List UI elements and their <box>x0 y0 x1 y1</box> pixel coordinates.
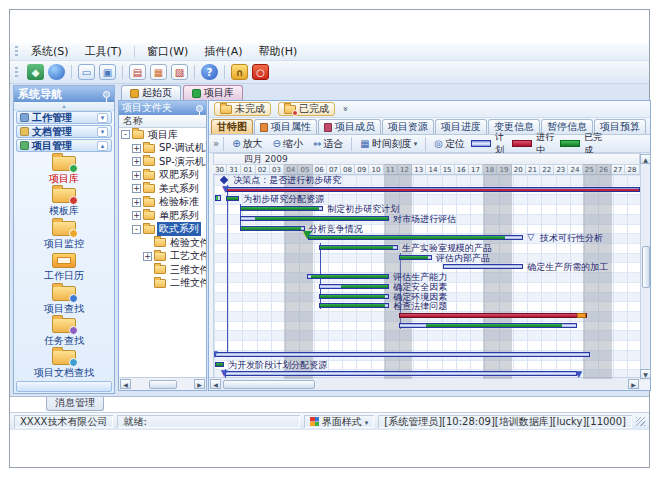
globe-icon[interactable] <box>48 64 65 80</box>
sidebar-item-project-library[interactable]: 项目库 <box>15 153 113 185</box>
gantt-task-bar[interactable] <box>443 264 523 269</box>
gantt-toolbar-overflow[interactable]: » <box>213 138 219 149</box>
menu-item-1[interactable]: 系统(S) <box>23 43 77 60</box>
chevron-icon[interactable]: ▴ <box>97 141 108 151</box>
gantt-task-bar[interactable] <box>215 352 590 357</box>
tree-column-header[interactable]: 名称 <box>119 115 206 128</box>
sidebar-item-project-document-search[interactable]: 项目文档查找 <box>15 347 113 379</box>
tab-start-page[interactable]: 起始页 <box>121 85 181 100</box>
gantt-vertical-scrollbar[interactable]: ▲ ▼ <box>640 153 650 380</box>
gantt-task-bar[interactable] <box>215 362 224 367</box>
tree-item[interactable]: 检验文件 <box>119 236 206 250</box>
menu-item-3[interactable]: 窗口(W) <box>139 43 196 60</box>
gantt-task-bar[interactable] <box>240 226 305 231</box>
gantt-horizontal-scrollbar[interactable]: ◀ ▶ <box>209 377 640 390</box>
report-icon-1[interactable]: ▤ <box>129 64 146 80</box>
time-scale-dropdown[interactable]: ▦时间刻度▾ <box>356 136 421 152</box>
tree-item[interactable]: -项目库 <box>119 128 206 142</box>
tree-item[interactable]: +单肥系列 <box>119 209 206 223</box>
tree-item[interactable]: +工艺文件 <box>119 250 206 264</box>
resize-grip[interactable] <box>636 417 645 426</box>
gantt-task-bar[interactable] <box>240 216 390 221</box>
help-icon[interactable]: ? <box>201 64 218 80</box>
scroll-thumb[interactable] <box>223 380 315 389</box>
menu-item-5[interactable]: 帮助(H) <box>250 43 305 60</box>
expand-icon[interactable]: + <box>132 171 141 180</box>
expand-icon[interactable]: + <box>132 157 141 166</box>
gantt-task-bar[interactable] <box>225 371 578 376</box>
tree-item[interactable]: +SP-演示机系 <box>119 155 206 169</box>
gantt-task-bar[interactable] <box>307 274 390 279</box>
collapse-icon[interactable]: - <box>132 225 141 234</box>
report-icon-3[interactable]: ▨ <box>171 64 188 80</box>
gantt-task-bar[interactable] <box>399 323 577 328</box>
menu-item-2[interactable]: 工具(T) <box>77 43 130 60</box>
tree-item[interactable]: 二维文件 <box>119 277 206 291</box>
tree-item[interactable]: 三维文件 <box>119 263 206 277</box>
sidebar-group-文档管理[interactable]: 文档管理▾ <box>16 125 112 138</box>
filter-overflow-chevron[interactable]: « <box>340 106 350 112</box>
report-icon-2[interactable]: ▦ <box>150 64 167 80</box>
app-home-icon[interactable]: ◆ <box>27 64 44 80</box>
filter-complete[interactable]: 已完成 <box>278 102 335 116</box>
filter-incomplete[interactable]: 未完成 <box>214 102 271 116</box>
gantt-inprogress-bar[interactable] <box>399 313 587 318</box>
gantt-task-bar[interactable] <box>240 206 324 211</box>
sidebar-item-template-library[interactable]: 模板库 <box>15 185 113 217</box>
expand-icon[interactable]: + <box>143 252 152 261</box>
zoom-in-button[interactable]: ⊕放大 <box>228 136 266 152</box>
scroll-down-icon[interactable]: ▼ <box>640 369 651 379</box>
expand-icon[interactable]: + <box>132 211 141 220</box>
lock-icon[interactable]: ∩ <box>231 64 248 80</box>
expand-icon[interactable]: + <box>132 144 141 153</box>
scroll-thumb[interactable] <box>149 380 177 389</box>
gantt-summary-bar[interactable] <box>226 187 640 192</box>
window-cascade-icon[interactable]: ▣ <box>99 64 116 80</box>
chevron-icon[interactable]: ▾ <box>97 127 108 137</box>
expand-icon[interactable]: + <box>132 198 141 207</box>
gantt-tab-项目属性[interactable]: 项目属性 <box>254 119 317 134</box>
gantt-task-bar[interactable] <box>308 235 523 240</box>
tree-item[interactable]: +双肥系列 <box>119 169 206 183</box>
gantt-tab-甘特图[interactable]: 甘特图 <box>211 119 253 134</box>
power-icon[interactable]: ○ <box>252 64 269 80</box>
gantt-tab-项目成员[interactable]: 项目成员 <box>318 119 381 134</box>
expand-icon[interactable]: + <box>132 184 141 193</box>
tree-item[interactable]: +美式系列 <box>119 182 206 196</box>
sidebar-group-项目管理[interactable]: 项目管理▴ <box>16 139 112 152</box>
scroll-right-icon[interactable]: ▶ <box>628 379 639 389</box>
tree-item[interactable]: +SP-调试机系 <box>119 142 206 156</box>
gantt-task-bar[interactable] <box>319 245 398 250</box>
scroll-up-icon[interactable]: ▲ <box>640 154 651 164</box>
sidebar-item-project-search[interactable]: 项目查找 <box>15 283 113 315</box>
menu-item-4[interactable]: 插件(A) <box>196 43 250 60</box>
tree-item[interactable]: -欧式系列 <box>119 223 206 237</box>
scroll-thumb[interactable] <box>642 246 650 288</box>
ui-style-button[interactable]: 界面样式▾ <box>304 415 375 428</box>
sidebar-item-project-monitor[interactable]: 项目监控 <box>15 218 113 250</box>
tree-item[interactable]: +检验标准 <box>119 196 206 210</box>
gantt-task-bar[interactable] <box>399 255 432 260</box>
sidebar-group-工作管理[interactable]: 工作管理▾ <box>16 111 112 124</box>
fit-button[interactable]: ⇔适合 <box>309 136 347 152</box>
sidebar-item-task-search[interactable]: 任务查找 <box>15 315 113 347</box>
scroll-right-icon[interactable]: ▶ <box>194 379 205 389</box>
gantt-task-bar[interactable] <box>226 196 239 201</box>
zoom-out-button[interactable]: ⊖缩小 <box>269 136 307 152</box>
gantt-task-bar[interactable] <box>319 294 389 299</box>
gantt-task-bar[interactable] <box>319 303 389 308</box>
gantt-grid[interactable]: 决策点：是否进行初步研究▼为初步研究分配资源制定初步研究计划对市场进行评估分析竞… <box>213 175 640 379</box>
chevron-icon[interactable]: ▾ <box>97 113 108 123</box>
locate-button[interactable]: ◎定位 <box>430 136 469 152</box>
gantt-task-bar[interactable] <box>319 284 389 289</box>
sidebar-group-more[interactable] <box>16 381 112 392</box>
scroll-left-icon[interactable]: ◀ <box>120 379 131 389</box>
tree-pin-icon[interactable] <box>196 105 203 112</box>
tree-horizontal-scrollbar[interactable]: ◀ ▶ <box>119 377 206 390</box>
scroll-left-icon[interactable]: ◀ <box>210 379 221 389</box>
tab-project-library[interactable]: 项目库 <box>183 85 243 100</box>
milestone-diamond[interactable] <box>220 176 228 184</box>
collapse-icon[interactable]: - <box>121 130 130 139</box>
message-panel-tab[interactable]: 消息管理 <box>46 397 104 411</box>
window-new-icon[interactable]: ▭ <box>78 64 95 80</box>
